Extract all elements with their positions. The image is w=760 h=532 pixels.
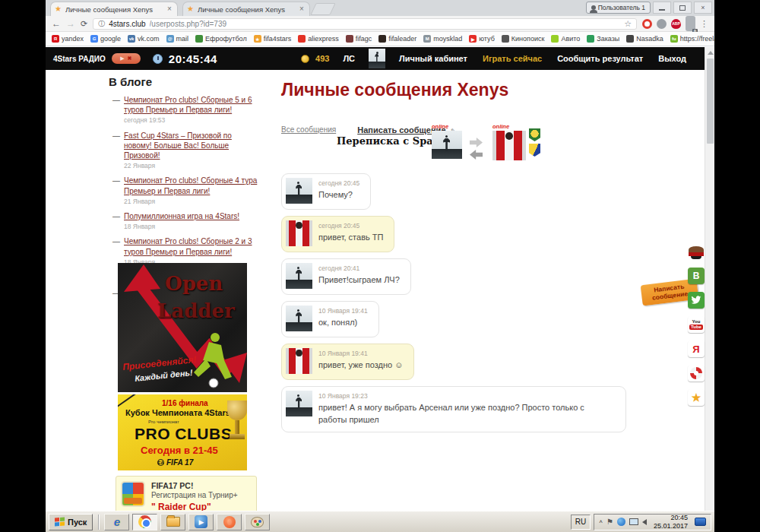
message-avatar[interactable] bbox=[286, 391, 312, 416]
refresh-icon[interactable]: ⟳ bbox=[81, 19, 87, 28]
bookmark-item[interactable]: M moysklad bbox=[423, 35, 462, 43]
scrollbar-thumb[interactable] bbox=[707, 59, 714, 144]
site-nav-link[interactable]: Сообщить результат bbox=[557, 54, 643, 63]
browser-profile-button[interactable]: Пользователь 1 bbox=[586, 2, 651, 14]
gray-extension-icon[interactable] bbox=[657, 19, 667, 29]
chrome-icon bbox=[138, 515, 151, 528]
volume-icon[interactable] bbox=[642, 519, 647, 525]
xenys-avatar[interactable] bbox=[432, 131, 462, 159]
bookmark-item[interactable]: fu https://freelance.ru bbox=[670, 35, 714, 43]
radio-play-icon[interactable]: ▶ bbox=[120, 55, 124, 62]
bookmark-item[interactable]: aliexpress bbox=[298, 35, 339, 43]
spark52-avatar[interactable] bbox=[492, 131, 526, 160]
blog-post-link[interactable]: Чемпионат Pro clubs! Сборные 4 тура Прем… bbox=[124, 176, 257, 195]
browser-menu-icon[interactable]: ⋮ bbox=[700, 19, 708, 29]
twitter-icon[interactable] bbox=[688, 292, 705, 309]
header-user-avatar[interactable] bbox=[369, 49, 385, 68]
bookmark-star-icon[interactable]: ☆ bbox=[624, 19, 632, 29]
fifagc-bookmark-icon bbox=[346, 35, 353, 43]
page-info-icon[interactable]: ⓘ bbox=[98, 19, 105, 29]
raider-cup-link[interactable]: " Raider Cup" bbox=[151, 502, 211, 511]
blog-post-date: сегодня 19:53 bbox=[124, 116, 258, 125]
blog-list: Чемпионат Pro clubs! Сборные 5 и 6 туров… bbox=[112, 95, 258, 272]
blog-item: Полумиллионная игра на 4Stars! 18 Января bbox=[112, 211, 258, 231]
bookmark-item[interactable]: Авито bbox=[551, 35, 580, 43]
vk-icon[interactable]: B bbox=[688, 268, 705, 284]
blog-post-link[interactable]: Полумиллионная игра на 4Stars! bbox=[124, 212, 239, 220]
new-tab-button[interactable] bbox=[310, 3, 335, 15]
bookmark-item[interactable]: vk vk.com bbox=[128, 35, 160, 43]
open-ladder-banner[interactable]: Open Ladder Присоеденяйся! Каждый день! bbox=[118, 263, 247, 392]
online-status: online bbox=[492, 123, 527, 130]
site-nav-link[interactable]: Личный кабинет bbox=[399, 54, 467, 63]
bookmark-item[interactable]: G google bbox=[90, 35, 121, 43]
tray-clock[interactable]: 20:45 25.01.2017 bbox=[651, 514, 691, 530]
lifebuoy-icon[interactable] bbox=[688, 365, 705, 382]
bookmark-item[interactable]: Я yandex bbox=[52, 35, 84, 43]
bookmark-item[interactable]: @ mail bbox=[166, 35, 189, 43]
display-icon[interactable] bbox=[629, 518, 638, 525]
tab-close-icon[interactable]: × bbox=[166, 5, 173, 13]
red-ring-extension-icon[interactable] bbox=[642, 19, 652, 29]
adblock-plus-icon[interactable]: ABP bbox=[671, 19, 681, 29]
page-scrollbar[interactable] bbox=[705, 47, 714, 511]
paint-button[interactable] bbox=[245, 514, 270, 530]
media-player-icon: ▶ bbox=[195, 515, 207, 528]
pro-clubs-banner[interactable]: 1/16 финала Кубок Чемпионата 4Stars Pro … bbox=[118, 394, 247, 470]
blog-post-link[interactable]: Fast Cup 4Stars – Призовой по новому! Бо… bbox=[124, 131, 232, 160]
back-icon[interactable]: ← bbox=[52, 19, 61, 28]
yandex-icon[interactable]: Я bbox=[688, 340, 705, 357]
coin-balance[interactable]: 493 bbox=[315, 54, 329, 63]
capture-extension-icon[interactable]: 0 bbox=[686, 16, 695, 31]
own-avatar-block: online bbox=[432, 123, 467, 159]
radio-stop-icon[interactable]: ✖ bbox=[128, 55, 132, 62]
site-nav-link[interactable]: Выход bbox=[658, 54, 686, 63]
close-button[interactable]: × bbox=[694, 2, 712, 14]
bookmark-item[interactable]: Nasadka bbox=[626, 35, 663, 43]
aliexpress-bookmark-icon bbox=[298, 35, 306, 43]
start-button[interactable]: Пуск bbox=[49, 514, 93, 530]
hidden-icons-chevron[interactable]: ˄ bbox=[599, 518, 603, 525]
minimize-button[interactable] bbox=[653, 2, 671, 14]
tab-2[interactable]: ★ Личные сообщения Xenys × bbox=[182, 2, 310, 16]
bookmark-item[interactable]: fifaleader bbox=[378, 35, 416, 43]
site-nav-link[interactable]: Играть сейчас bbox=[483, 54, 542, 63]
tab-1[interactable]: ★ Личные сообщения Xenys × bbox=[50, 2, 178, 16]
favorites-star-icon[interactable]: ★ bbox=[688, 389, 705, 406]
tray-blue-app-icon[interactable] bbox=[695, 518, 706, 526]
forward-icon[interactable]: → bbox=[66, 19, 75, 28]
message-avatar[interactable] bbox=[286, 348, 312, 374]
network-globe-icon[interactable] bbox=[617, 518, 625, 526]
bookmark-item[interactable]: ▶ ютуб bbox=[469, 35, 495, 43]
window-controls: Пользователь 1 × bbox=[586, 2, 712, 14]
efrofutbol-bookmark-icon bbox=[195, 35, 203, 43]
bookmark-item[interactable]: Кинопоиск bbox=[502, 35, 545, 43]
language-indicator[interactable]: RU bbox=[571, 515, 591, 530]
private-messages-link[interactable]: ЛС bbox=[343, 54, 355, 63]
message-avatar[interactable] bbox=[286, 220, 312, 246]
origin-button[interactable] bbox=[217, 514, 242, 530]
message-avatar[interactable] bbox=[286, 263, 312, 289]
bookmark-item[interactable]: ★ fifa4stars bbox=[254, 35, 292, 43]
youtube-icon[interactable]: You Tube bbox=[688, 316, 705, 333]
bookmark-item[interactable]: fifagc bbox=[346, 35, 372, 43]
message-avatar[interactable] bbox=[286, 178, 312, 204]
blog-post-link[interactable]: Чемпионат Pro clubs! Сборные 2 и 3 туров… bbox=[124, 237, 252, 255]
bookmark-item[interactable]: Ефрофутбол bbox=[195, 35, 247, 43]
bookmark-item[interactable]: Заказы bbox=[587, 35, 619, 43]
file-explorer-button[interactable] bbox=[160, 514, 185, 530]
internet-explorer-button[interactable]: e bbox=[104, 514, 129, 530]
yandex-bookmark-icon: Я bbox=[52, 35, 59, 43]
blog-post-link[interactable]: Чемпионат Pro clubs! Сборные 5 и 6 туров… bbox=[124, 96, 252, 114]
media-player-button[interactable]: ▶ bbox=[188, 514, 214, 530]
scroll-up-icon[interactable] bbox=[708, 51, 714, 55]
address-bar[interactable]: ⓘ 4stars.club/userposts.php?id=739 ☆ bbox=[93, 18, 637, 30]
maximize-button[interactable] bbox=[673, 2, 692, 14]
all-messages-link[interactable]: Все сообщения bbox=[281, 125, 336, 134]
tab-close-icon[interactable]: × bbox=[298, 5, 306, 13]
chrome-button[interactable] bbox=[132, 514, 157, 530]
message-avatar[interactable] bbox=[286, 306, 312, 331]
military-cap-icon[interactable] bbox=[688, 245, 705, 260]
action-center-flag-icon[interactable]: ⚑ bbox=[606, 518, 613, 526]
radio-player-controls[interactable]: ▶ ✖ bbox=[112, 53, 141, 64]
